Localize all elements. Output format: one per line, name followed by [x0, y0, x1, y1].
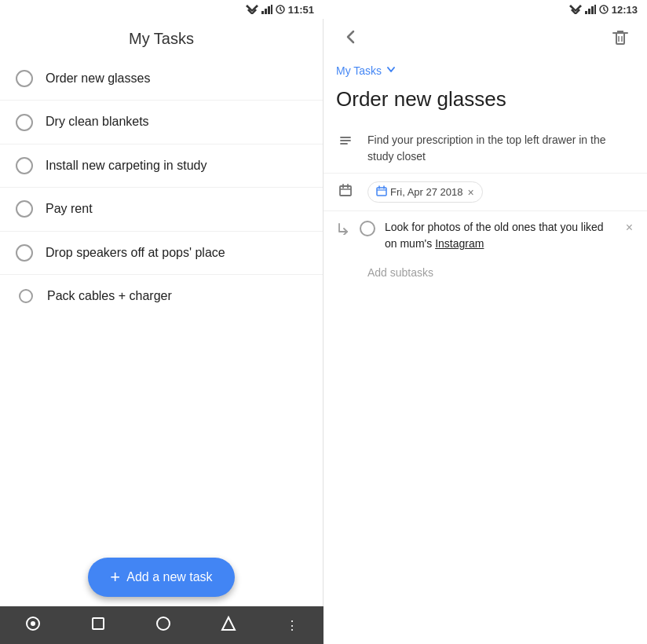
task-checkbox-pack-cables[interactable]	[19, 289, 33, 302]
task-label-drop-speakers: Drop speakers off at pops' place	[46, 244, 225, 262]
wifi-icon-right	[569, 5, 582, 14]
svg-rect-5	[271, 5, 272, 14]
subtask-checkbox[interactable]	[360, 221, 375, 236]
task-label-pack-cables: Pack cables + charger	[47, 287, 172, 303]
task-checkbox-dry-clean[interactable]	[16, 114, 33, 131]
task-label-dry-clean: Dry clean blankets	[46, 113, 149, 130]
task-item-pay-rent[interactable]: Pay rent	[0, 188, 323, 231]
svg-rect-11	[585, 11, 587, 14]
svg-rect-33	[377, 188, 386, 196]
notes-icon	[336, 134, 355, 152]
svg-rect-14	[594, 5, 596, 14]
delete-button[interactable]	[606, 26, 634, 53]
svg-marker-1	[246, 5, 258, 12]
subtask-indent-icon	[336, 221, 350, 239]
svg-rect-29	[340, 186, 351, 196]
detail-task-title: Order new glasses	[324, 84, 647, 124]
subtask-close-icon[interactable]: ×	[624, 219, 634, 236]
left-time: 11:51	[288, 4, 314, 16]
date-chip-calendar-icon	[376, 185, 387, 199]
nav-back-icon[interactable]	[149, 609, 177, 642]
wifi-icon	[246, 5, 258, 14]
alarm-icon	[276, 5, 285, 14]
task-label-pay-rent: Pay rent	[46, 200, 93, 218]
nav-home-icon[interactable]	[84, 609, 112, 642]
nav-menu-icon[interactable]	[19, 609, 47, 642]
date-chip[interactable]: Fri, Apr 27 2018 ×	[367, 181, 483, 203]
svg-rect-3	[265, 9, 267, 14]
svg-rect-12	[588, 9, 590, 14]
fab-area: + Add a new task	[0, 548, 323, 606]
svg-point-21	[157, 617, 170, 630]
add-subtask-row[interactable]: Add subtasks	[324, 260, 647, 285]
right-time: 12:13	[612, 4, 638, 16]
right-panel: My Tasks Order new glasses Find your pre…	[324, 19, 647, 644]
date-chip-close-icon[interactable]: ×	[468, 186, 474, 199]
svg-line-17	[604, 9, 605, 11]
task-checkbox-pay-rent[interactable]	[16, 200, 33, 218]
signal-icon-right	[585, 5, 596, 14]
task-item-drop-speakers[interactable]: Drop speakers off at pops' place	[0, 232, 323, 275]
task-checkbox-drop-speakers[interactable]	[16, 244, 33, 262]
task-label-install-carpet: Install new carpeting in study	[46, 157, 207, 174]
dropdown-arrow-icon[interactable]	[385, 63, 397, 78]
task-item-install-carpet[interactable]: Install new carpeting in study	[0, 145, 323, 188]
task-checkbox-order-glasses[interactable]	[16, 70, 33, 87]
notes-text: Find your prescription in the top left d…	[367, 132, 634, 165]
task-item-pack-cables[interactable]: Pack cables + charger	[0, 275, 323, 303]
right-top-bar	[324, 19, 647, 60]
task-item-dry-clean[interactable]: Dry clean blankets	[0, 101, 323, 144]
svg-rect-20	[93, 618, 104, 629]
signal-icon	[261, 5, 272, 14]
task-label-order-glasses: Order new glasses	[46, 70, 150, 87]
calendar-icon	[336, 183, 355, 201]
task-checkbox-install-carpet[interactable]	[16, 157, 33, 174]
task-item-order-glasses[interactable]: Order new glasses	[0, 57, 323, 101]
add-task-button[interactable]: + Add a new task	[88, 558, 234, 597]
alarm-icon-right	[599, 5, 609, 14]
nav-more-icon[interactable]: ⋮	[280, 612, 305, 639]
nav-recent-icon[interactable]	[214, 609, 243, 642]
date-row[interactable]: Fri, Apr 27 2018 ×	[324, 174, 647, 211]
notes-row[interactable]: Find your prescription in the top left d…	[324, 124, 647, 174]
back-button[interactable]	[336, 25, 366, 53]
task-list: Order new glasses Dry clean blankets Ins…	[0, 57, 323, 303]
svg-point-19	[31, 621, 35, 626]
left-panel-title: My Tasks	[0, 19, 323, 57]
plus-icon: +	[110, 569, 120, 586]
svg-marker-10	[569, 5, 582, 12]
svg-rect-23	[616, 33, 624, 44]
date-chip-label: Fri, Apr 27 2018	[390, 186, 463, 198]
subtask-label: Look for photos of the old ones that you…	[385, 219, 615, 252]
subtask-row: Look for photos of the old ones that you…	[324, 211, 647, 260]
svg-line-8	[280, 9, 282, 11]
fab-label: Add a new task	[126, 570, 212, 584]
svg-marker-22	[222, 617, 235, 630]
bottom-nav: ⋮	[0, 606, 324, 644]
instagram-link[interactable]: Instagram	[435, 237, 484, 250]
svg-rect-2	[261, 11, 264, 14]
list-label-row[interactable]: My Tasks	[324, 60, 647, 84]
svg-rect-4	[268, 6, 270, 14]
list-name: My Tasks	[336, 64, 382, 77]
svg-rect-13	[591, 6, 594, 14]
add-subtasks-label: Add subtasks	[367, 266, 433, 279]
